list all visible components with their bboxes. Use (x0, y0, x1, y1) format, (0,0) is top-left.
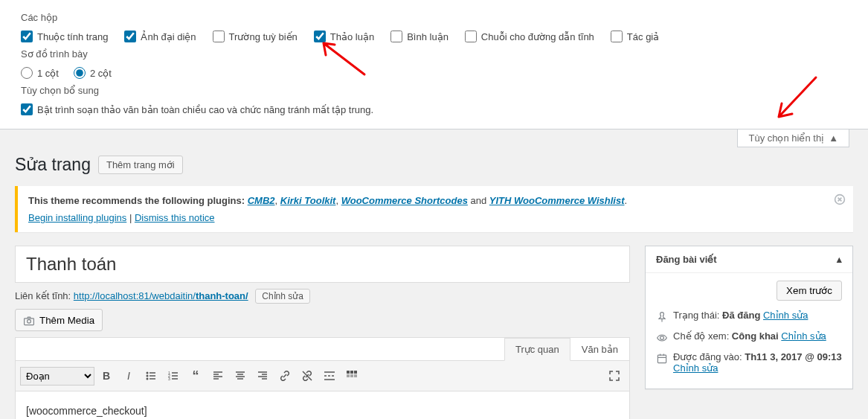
notice-text: This theme recommends the following plug… (28, 195, 248, 206)
readmore-button[interactable] (319, 365, 340, 386)
edit-date-link[interactable]: Chỉnh sửa (673, 362, 718, 374)
bold-button[interactable]: B (96, 365, 117, 386)
box-checkbox-2[interactable] (213, 31, 225, 42)
screen-options-toggle[interactable]: Tùy chọn hiển thị ▲ (737, 129, 849, 147)
begin-install-link[interactable]: Begin installing plugins (28, 212, 126, 223)
layout-label: Sơ đồ trình bày (21, 48, 853, 60)
permalink-label: Liên kết tĩnh: (15, 290, 74, 301)
visibility-icon (656, 332, 668, 344)
box-option-3[interactable]: Thảo luận (314, 31, 374, 42)
box-option-1[interactable]: Ảnh đại diện (124, 31, 196, 42)
unlink-button[interactable] (297, 365, 318, 386)
align-left-button[interactable] (208, 365, 228, 386)
svg-point-5 (147, 378, 149, 380)
edit-permalink-button[interactable]: Chỉnh sửa (255, 289, 310, 304)
layout-radio-1[interactable] (74, 67, 86, 79)
plugin-link-yith[interactable]: YITH WooCommerce Wishlist (489, 195, 625, 206)
svg-rect-13 (350, 374, 353, 377)
italic-button[interactable]: I (118, 365, 139, 386)
plugin-link-kirki[interactable]: Kirki Toolkit (280, 195, 336, 206)
svg-point-2 (28, 319, 31, 323)
align-center-button[interactable] (230, 365, 251, 386)
tab-visual[interactable]: Trực quan (504, 338, 570, 361)
svg-rect-14 (354, 374, 357, 377)
box-option-0[interactable]: Thuộc tính trang (21, 31, 108, 42)
box-checkbox-3[interactable] (314, 31, 326, 42)
editor-content[interactable]: [woocommerce_checkout] (16, 391, 629, 419)
number-list-button[interactable]: 123 (163, 365, 184, 386)
box-checkbox-1[interactable] (124, 31, 136, 42)
box-option-6[interactable]: Tác giả (611, 31, 659, 42)
plugin-notice: This theme recommends the following plug… (15, 186, 853, 232)
format-select[interactable]: Đoạn (20, 367, 94, 386)
publish-box: Đăng bài viết ▴ Xem trước Trạng thái: Đã… (645, 246, 853, 389)
publish-heading: Đăng bài viết (656, 254, 717, 265)
blockquote-button[interactable]: “ (185, 365, 206, 386)
tab-text[interactable]: Văn bản (570, 338, 629, 361)
svg-rect-16 (658, 355, 666, 362)
preview-button[interactable]: Xem trước (777, 281, 842, 301)
plugin-link-cmb2[interactable]: CMB2 (248, 195, 275, 206)
toolbar-toggle-button[interactable] (341, 365, 362, 386)
pin-icon (656, 311, 668, 323)
add-media-button[interactable]: Thêm Media (15, 309, 103, 331)
svg-text:3: 3 (168, 377, 170, 381)
editor-toolbar: Đoạn B I 123 “ (16, 361, 629, 391)
extra-label: Tùy chọn bổ sung (21, 85, 853, 96)
box-option-5[interactable]: Chuỗi cho đường dẫn tĩnh (465, 31, 594, 42)
layout-option-1[interactable]: 2 cột (74, 67, 112, 79)
edit-visibility-link[interactable]: Chỉnh sửa (781, 330, 826, 342)
calendar-icon (656, 353, 668, 365)
svg-point-15 (660, 336, 664, 340)
editor-container: Trực quan Văn bản Đoạn B I 123 “ [w (15, 337, 630, 419)
page-title: Sửa trang (15, 155, 91, 175)
box-option-2[interactable]: Trường tuỳ biến (213, 31, 298, 42)
svg-point-4 (147, 375, 149, 377)
box-option-4[interactable]: Bình luận (390, 31, 449, 42)
post-title-input[interactable] (15, 246, 630, 283)
add-new-page-button[interactable]: Thêm trang mới (98, 156, 183, 174)
bullet-list-button[interactable] (141, 365, 161, 386)
screen-options-toggle-label: Tùy chọn hiển thị (748, 132, 824, 144)
permalink-url[interactable]: http://localhost:81/webdaitin/thanh-toan… (74, 290, 248, 301)
link-button[interactable] (274, 365, 295, 386)
caret-up-icon[interactable]: ▴ (837, 254, 842, 265)
screen-options-panel: Các hộp Thuộc tính trangẢnh đại diệnTrườ… (0, 0, 868, 129)
svg-rect-10 (350, 371, 353, 374)
svg-point-3 (147, 372, 149, 374)
fullheight-checkbox[interactable] (21, 103, 33, 115)
fullheight-text: Bật trình soạn thảo văn bản toàn chiều c… (37, 104, 373, 115)
box-checkbox-4[interactable] (390, 31, 402, 42)
camera-icon (23, 315, 35, 327)
layout-radio-0[interactable] (21, 67, 33, 79)
fullheight-option[interactable]: Bật trình soạn thảo văn bản toàn chiều c… (21, 103, 853, 115)
box-checkbox-0[interactable] (21, 31, 33, 42)
caret-up-icon: ▲ (829, 132, 838, 144)
dismiss-notice-link[interactable]: Dismiss this notice (135, 212, 215, 223)
box-checkbox-6[interactable] (611, 31, 623, 42)
layout-option-0[interactable]: 1 cột (21, 67, 59, 79)
svg-rect-12 (347, 374, 350, 377)
svg-rect-9 (347, 371, 350, 374)
box-checkbox-5[interactable] (465, 31, 477, 42)
fullscreen-button[interactable] (604, 365, 625, 386)
dismiss-icon[interactable] (834, 193, 846, 208)
boxes-label: Các hộp (21, 12, 853, 23)
edit-status-link[interactable]: Chỉnh sửa (763, 310, 808, 321)
align-right-button[interactable] (252, 365, 273, 386)
svg-rect-11 (354, 371, 357, 374)
plugin-link-wc-shortcodes[interactable]: WooCommerce Shortcodes (341, 195, 468, 206)
